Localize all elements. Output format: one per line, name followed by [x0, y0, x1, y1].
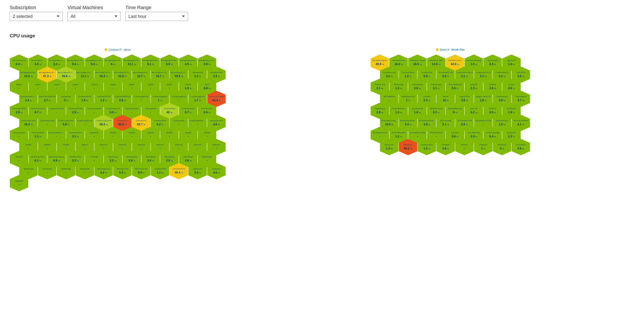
hex-label: sqlserver1 — [212, 168, 221, 170]
hex-label: ContosoSQLSrv4 — [77, 120, 92, 122]
hex-label: ContosoWeb — [173, 120, 184, 122]
hex-row: Data07-Data08-Data09-Data10-finance1-fin… — [19, 139, 226, 155]
hex-label: sCnstructionMg — [486, 132, 500, 134]
hex-label: financed — [138, 144, 145, 146]
hex-label: SKTestLinWSUS — [514, 120, 528, 122]
hex-label: scottcloem — [507, 108, 516, 110]
chevron-down-icon — [57, 16, 60, 17]
hex-label: SKTestMajConnect2 — [381, 120, 398, 122]
hex-label: Marketing4 — [184, 156, 193, 158]
cluster-title: Contoso IT - demo — [10, 48, 226, 51]
hex-label: asIoT — [204, 84, 210, 86]
hex-label: Marketing9 — [80, 168, 90, 170]
hex-label: ContosoSQLSrv3 — [58, 120, 74, 122]
hex-label: agenttstr2 — [507, 60, 516, 62]
hex-label: ContosoAzDT01 — [12, 108, 26, 110]
hex-label: SimpleWinVM — [173, 168, 185, 170]
hex-label: ContosoWinSrv — [495, 72, 509, 74]
hex-label: ContosoWS-VM-ne — [456, 72, 473, 74]
hex-label: Redhat7Demo — [430, 108, 442, 110]
hex-label: Marketing5 — [202, 156, 212, 158]
hex-label: grafana — [489, 84, 496, 86]
hex-label: ContosoWeb2 — [32, 132, 44, 134]
hex-label: PspAzWebDoor — [392, 108, 406, 110]
hex-label: Data07 — [25, 144, 32, 146]
hex-label: financeapp — [394, 84, 403, 86]
hex-label: finance7 — [213, 144, 220, 146]
hex-label: SKTestUbuntu19 — [372, 132, 387, 134]
hex-label: ContosoWeb4 — [70, 132, 82, 134]
hex-label: ad-primary-d… — [31, 60, 44, 62]
filter-vms-value: All — [70, 14, 76, 19]
hex-label: aks-agentpool-40720 — [39, 72, 56, 74]
hex-label: ContosoWeb1 — [13, 132, 25, 134]
hex-label: IoTEdge — [90, 156, 98, 158]
hex-label: Data02 — [129, 132, 135, 134]
filter-bar: Subscription 2 selected Virtual Machines… — [10, 5, 634, 21]
hex-label: techforum — [507, 132, 516, 134]
hex-label: SKTestWin2019 — [430, 132, 443, 134]
hex-label: ContosoWebNothSQL — [189, 120, 206, 122]
hex-label: NthHSLazVM — [117, 168, 128, 170]
hex-label: Marketing10 — [126, 156, 137, 158]
filter-subscription-value: 2 selected — [13, 14, 32, 19]
hex-label: aks-agentpool-38342 — [161, 60, 178, 62]
filter-timerange-value: Last hour — [128, 14, 146, 19]
heatmap-cluster: Contoso IT - demoAA-Contoso-010.3 %ad-pr… — [10, 48, 226, 187]
hex-label: SKTestMajorAuth16 — [418, 120, 435, 122]
hex-label: Marketing3 — [164, 156, 174, 158]
hex-label: nagioscli 0d — [460, 96, 470, 98]
filter-timerange-select[interactable]: Last hour — [125, 12, 188, 21]
hex-label: chef-automate-voco — [20, 96, 37, 98]
hex-label: finance4 — [156, 144, 164, 146]
hex-label: aks-nodepool1-4281 — [76, 72, 93, 74]
hex-label: ContosoIPark — [164, 108, 175, 110]
hex-label: finance5 — [175, 144, 182, 146]
hex-label: hardening-demo — [31, 156, 45, 158]
hex-label: gnzfoo — [508, 84, 514, 86]
hex-label: finance1 — [100, 144, 107, 146]
hex-label: App02 — [35, 84, 40, 86]
hex-label: ContosoOlkSrv — [402, 72, 414, 74]
hex-label: MyVM — [443, 96, 448, 98]
section-title: CPU usage — [10, 33, 35, 38]
hex-grid: AA-Contoso-010.3 %ad-primary-d…3.5 %ad-s… — [10, 54, 226, 187]
hex-label: ContosoWS-VM — [439, 72, 452, 74]
hex-label: winvm2016 — [516, 144, 526, 146]
hex-label: Finance-VM — [374, 84, 385, 86]
hex-label: aks-agentpool-14723 — [104, 60, 122, 62]
hex-label: PspAzApp10 — [496, 96, 508, 98]
hex-label: SMF-chef-node-VM — [39, 96, 56, 98]
hex-row: ContosoSQLSrv110.2 %ContosoSQLSrv2-Conto… — [19, 115, 226, 131]
hex-label: ContosoWeb3-Virtue — [48, 132, 65, 134]
hex-label: Marketing6 — [24, 168, 33, 170]
hex-label: ad-secondary-d… — [49, 60, 64, 62]
pin-icon — [104, 48, 108, 51]
hex-label: ContosoDale — [145, 108, 156, 110]
filter-subscription-label: Subscription — [10, 5, 63, 10]
hex-label: admdemo-rhel7 — [430, 60, 443, 62]
hex-label: SKTestWin167M8 — [410, 132, 425, 134]
hex-label: aks-agentpool-14721 — [67, 60, 84, 62]
hex-label: App06 — [110, 84, 116, 86]
filter-subscription: Subscription 2 selected — [10, 5, 63, 21]
hex-label: sqlserver0 — [193, 168, 202, 170]
hex-label: financeC — [118, 144, 126, 146]
hex-label: contosownsrvr1 — [210, 120, 223, 122]
hex-label: TargetVM — [15, 180, 23, 182]
hex-label: admdemo-win1 — [448, 60, 462, 62]
hex-label: win2019k — [498, 144, 506, 146]
hex-label: RvSL75 — [489, 108, 496, 110]
hex-label: Data08 — [44, 144, 50, 146]
filter-timerange-label: Time Range — [125, 5, 188, 10]
cluster-title-text: Demo 6 - Month Plan — [440, 48, 465, 51]
hex-label: finance6 — [194, 144, 201, 146]
hex-label: ContosoAPIMFVM — [114, 96, 130, 98]
filter-vms-select[interactable]: All — [68, 12, 120, 21]
hex-label: App04 — [72, 84, 78, 86]
hex-label: aks-agentpool-18345 — [124, 60, 140, 62]
filter-subscription-select[interactable]: 2 selected — [10, 12, 63, 21]
hex-row: chef-automate-voco2.4 %SMF-chef-node-VM3… — [19, 90, 226, 107]
hex-label: Data06 — [204, 132, 210, 134]
hex-label: admdemo-appsvr — [372, 60, 387, 62]
